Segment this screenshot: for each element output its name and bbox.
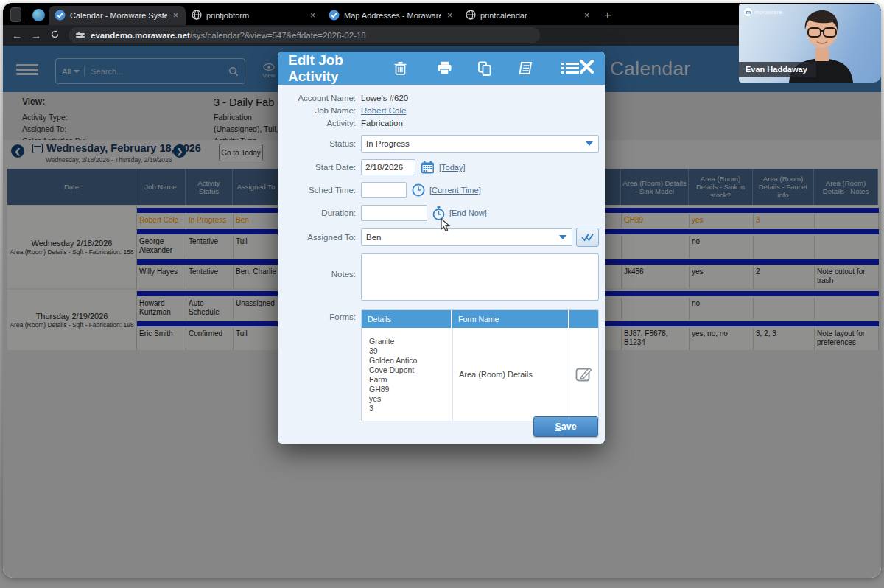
job-name-label: Job Name: — [282, 106, 361, 115]
form-detail-line: yes — [369, 394, 452, 404]
today-link[interactable]: [Today] — [439, 163, 465, 172]
reload-icon[interactable] — [50, 29, 60, 41]
start-date-input[interactable] — [361, 159, 415, 175]
form-detail-line: Granite — [369, 337, 452, 346]
list-icon[interactable] — [561, 62, 579, 74]
sched-time-input[interactable] — [361, 182, 407, 198]
globe-icon — [466, 10, 476, 21]
form-detail-line: Cove Dupont — [369, 365, 452, 375]
form-detail-line: Farm — [369, 375, 452, 385]
tab-close-icon[interactable]: × — [309, 10, 317, 21]
edit-form-button[interactable] — [569, 328, 598, 421]
edit-job-activity-dialog: Edit Job Activity Account Name:Lowe's #6… — [278, 52, 605, 444]
tab-close-icon[interactable]: × — [583, 10, 591, 21]
dialog-header: Edit Job Activity — [278, 52, 605, 85]
forms-table: Details Form Name Granite39Golden Antico… — [361, 309, 599, 421]
browser-tab[interactable]: printcalendar× — [460, 6, 597, 25]
activity-log-icon[interactable] — [519, 61, 535, 75]
tab-title: printjobform — [206, 11, 304, 20]
form-detail-line: GH89 — [369, 385, 452, 394]
moraware-check-icon — [55, 10, 66, 22]
chevron-down-icon — [586, 141, 593, 146]
tab-close-icon[interactable]: × — [172, 10, 180, 21]
moraware-logo: m moraware — [744, 8, 782, 16]
tab-title: Map Addresses - Moraware Sys — [344, 11, 441, 20]
calendar-picker-icon[interactable] — [421, 161, 435, 174]
account-name-value: Lowe's #620 — [361, 94, 408, 102]
form-details: Granite39Golden AnticoCove DupontFarmGH8… — [362, 328, 453, 421]
activity-label: Activity: — [282, 119, 361, 127]
assigned-to-select[interactable]: Ben — [361, 228, 572, 246]
forms-header-details: Details — [362, 310, 452, 328]
side-panel-icon[interactable] — [10, 7, 21, 22]
assigned-to-label: Assigned To: — [282, 233, 361, 242]
chevron-down-icon — [559, 235, 566, 239]
new-tab-button[interactable]: + — [597, 6, 619, 25]
notes-textarea[interactable] — [361, 253, 599, 301]
divider — [27, 9, 27, 21]
forward-icon[interactable]: → — [31, 29, 41, 41]
browser-window: Calendar - Moraware Systemize×printjobfo… — [3, 3, 881, 578]
forms-label: Forms: — [282, 309, 361, 321]
notes-label: Notes: — [282, 253, 361, 279]
tab-title: printcalendar — [480, 11, 578, 20]
form-name: Area (Room) Details — [453, 328, 569, 421]
clock-icon[interactable] — [412, 183, 425, 197]
job-name-link[interactable]: Robert Cole — [361, 106, 406, 115]
status-select[interactable]: In Progress — [361, 135, 599, 153]
profile-avatar-icon[interactable] — [32, 9, 45, 21]
tab-close-icon[interactable]: × — [446, 10, 454, 21]
browser-tab[interactable]: printjobform× — [186, 6, 323, 25]
browser-tab[interactable]: Map Addresses - Moraware Sys× — [323, 6, 460, 25]
end-now-link[interactable]: [End Now] — [449, 209, 487, 217]
close-icon[interactable] — [579, 59, 594, 77]
activity-value: Fabrication — [361, 119, 403, 127]
status-label: Status: — [282, 139, 361, 148]
form-detail-line: 3 — [369, 404, 452, 413]
duration-label: Duration: — [282, 209, 361, 217]
url-domain: evandemo.moraware.net — [91, 31, 190, 40]
browser-tab[interactable]: Calendar - Moraware Systemize× — [49, 6, 186, 25]
presenter-name: Evan Haddaway — [739, 62, 816, 77]
back-icon[interactable]: ← — [12, 29, 22, 41]
url-path: /sys/calendar?&view=547&effdate=2026-02-… — [190, 31, 366, 40]
tab-title: Calendar - Moraware Systemize — [70, 11, 167, 20]
duration-input[interactable] — [361, 205, 427, 221]
copy-icon[interactable] — [477, 61, 492, 76]
dialog-title: Edit Job Activity — [288, 52, 383, 85]
trash-icon[interactable] — [393, 61, 407, 76]
form-row: Granite39Golden AnticoCove DupontFarmGH8… — [362, 328, 598, 421]
moraware-check-icon — [329, 10, 340, 22]
form-detail-line: Golden Antico — [369, 356, 452, 365]
form-detail-line: 39 — [369, 346, 452, 356]
screen: Calendar - Moraware Systemize×printjobfo… — [0, 0, 884, 588]
account-name-label: Account Name: — [282, 94, 361, 102]
globe-icon — [192, 10, 202, 21]
save-button[interactable]: Save — [533, 416, 598, 437]
print-icon[interactable] — [437, 61, 452, 75]
site-settings-icon[interactable] — [76, 32, 85, 39]
start-date-label: Start Date: — [282, 163, 361, 172]
current-time-link[interactable]: [Current Time] — [429, 186, 481, 195]
forms-header-blank — [569, 310, 598, 328]
webcam-overlay: m moraware Evan Haddaway — [739, 4, 881, 83]
multi-assign-button[interactable] — [576, 228, 599, 247]
address-bar[interactable]: evandemo.moraware.net/sys/calendar?&view… — [69, 27, 540, 43]
mouse-cursor — [441, 218, 450, 235]
forms-header-name: Form Name — [452, 310, 569, 328]
sched-time-label: Sched Time: — [282, 186, 361, 195]
